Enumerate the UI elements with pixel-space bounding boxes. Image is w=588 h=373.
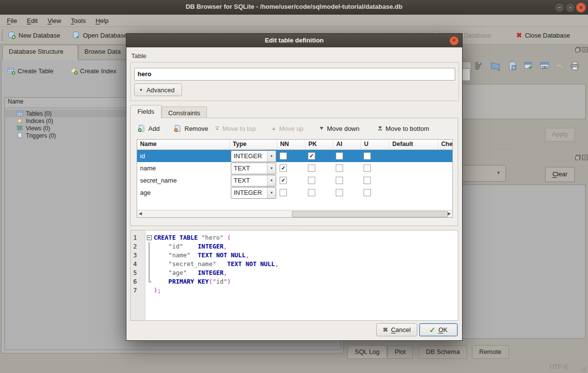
execute-sql-icon[interactable] [524, 61, 533, 71]
pk-checkbox[interactable] [308, 165, 315, 172]
dialog-close-button[interactable]: × [449, 36, 459, 45]
ai-checkbox[interactable] [336, 177, 343, 184]
ok-button[interactable]: ✓ OK [419, 323, 458, 336]
create-index-button[interactable]: Create Index [70, 65, 116, 77]
cancel-button[interactable]: ✖ Cancel [376, 323, 417, 336]
pk-checkbox[interactable] [308, 189, 315, 196]
toolbar-drag-handle[interactable] [1, 30, 3, 41]
nn-checkbox[interactable] [280, 189, 287, 196]
field-row[interactable]: age INTEGER▼ [137, 186, 452, 199]
dock-close-icon[interactable] [582, 47, 588, 52]
ai-checkbox[interactable] [336, 165, 343, 172]
grid-header-cell[interactable]: U [361, 140, 389, 149]
create-table-button[interactable]: Create Table [7, 65, 53, 77]
grid-header-cell[interactable]: PK [305, 140, 333, 149]
chevron-down-icon[interactable]: ▼ [267, 187, 276, 198]
print-icon[interactable] [570, 61, 580, 71]
scroll-left-icon[interactable]: ◀ [137, 211, 143, 217]
field-row[interactable]: secret_name TEXT▼ ✓ [137, 174, 452, 186]
ai-checkbox[interactable] [336, 152, 343, 160]
tab-constraints-label: Constraints [168, 109, 201, 117]
dock-float-icon[interactable] [575, 155, 581, 160]
field-type-combo[interactable]: INTEGER▼ [230, 186, 277, 199]
menu-file[interactable]: File [2, 16, 22, 26]
open-sql-file-icon[interactable] [490, 61, 500, 71]
dock-close-icon[interactable] [582, 155, 588, 160]
tab-constraints[interactable]: Constraints [162, 106, 207, 118]
open-database-button[interactable]: Open Database [69, 29, 130, 41]
grid-header-cell[interactable]: Name [137, 140, 230, 149]
move-to-bottom-button[interactable]: Move to bottom [378, 122, 429, 135]
nn-checkbox[interactable]: ✓ [280, 165, 287, 172]
pk-checkbox[interactable] [308, 177, 315, 184]
tab-fields-label: Fields [138, 108, 155, 115]
u-checkbox[interactable] [364, 152, 371, 160]
dialog-titlebar[interactable]: Edit table definition [126, 34, 462, 47]
grid-header-cell[interactable]: Type [230, 140, 277, 149]
nn-checkbox[interactable] [280, 152, 287, 160]
chevron-down-icon[interactable]: ▼ [267, 163, 276, 174]
move-to-top-button[interactable]: Move to top [215, 122, 256, 135]
close-database-button[interactable]: ✖ Close Database [513, 29, 573, 41]
tab-browse-data[interactable]: Browse Data [78, 45, 128, 59]
tab-remote[interactable]: Remote [472, 345, 509, 359]
move-down-button[interactable]: Move down [319, 122, 359, 135]
chevron-down-icon[interactable]: ▼ [267, 175, 276, 186]
table-name-input[interactable]: hero [134, 68, 455, 81]
grid-header-cell[interactable]: Default [389, 140, 438, 149]
tab-fields[interactable]: Fields [130, 105, 162, 118]
clear-button[interactable]: Clear [545, 167, 575, 182]
grid-horizontal-scrollbar[interactable]: ◀ ▶ [137, 210, 452, 217]
grid-header-cell[interactable]: AI [333, 140, 361, 149]
scrollbar-thumb[interactable] [292, 211, 448, 217]
chevron-down-icon[interactable]: ▼ [267, 151, 276, 162]
menu-tools[interactable]: Tools [66, 16, 90, 26]
resize-grip[interactable] [581, 366, 587, 372]
status-bar: UTF-8 [0, 360, 588, 373]
toggle-icon[interactable] [555, 61, 565, 71]
save-sql-file-icon[interactable] [507, 61, 517, 71]
sql-line-number: 5 [133, 269, 145, 277]
move-up-button[interactable]: Move up [271, 122, 304, 135]
u-checkbox[interactable] [364, 189, 371, 196]
menu-help[interactable]: Help [91, 16, 114, 26]
new-database-button[interactable]: New Database [5, 29, 63, 41]
ai-checkbox[interactable] [336, 189, 343, 196]
grid-header-cell[interactable]: NN [277, 140, 305, 149]
u-checkbox[interactable] [364, 177, 371, 184]
format-sql-icon[interactable] [474, 61, 484, 71]
grid-header-cell[interactable]: Check [438, 140, 453, 149]
tab-database-structure[interactable]: Database Structure [2, 45, 78, 60]
fold-marker[interactable] [145, 233, 153, 242]
field-type-combo[interactable]: INTEGER▼ [230, 150, 277, 162]
field-row[interactable]: name TEXT▼ ✓ [137, 162, 452, 174]
minimize-button[interactable]: − [554, 2, 565, 13]
sql-code-line: "id" INTEGER, [154, 242, 458, 251]
menu-view[interactable]: View [42, 16, 66, 26]
remove-field-button[interactable]: Remove [174, 122, 208, 135]
dock-float-icon[interactable] [575, 47, 581, 52]
field-row[interactable]: id INTEGER▼ ✓ [137, 150, 452, 162]
pk-checkbox[interactable]: ✓ [308, 152, 315, 160]
nn-checkbox[interactable]: ✓ [280, 177, 287, 184]
add-field-button[interactable]: Add [138, 122, 160, 135]
menu-edit[interactable]: Edit [22, 16, 42, 26]
field-type-combo[interactable]: TEXT▼ [230, 162, 277, 174]
dock-splitter[interactable]: ······ [498, 146, 513, 152]
tab-plot[interactable]: Plot [387, 345, 413, 359]
u-checkbox[interactable] [364, 165, 371, 172]
dock-controls [575, 155, 588, 160]
advanced-button[interactable]: ▼ Advanced [134, 83, 182, 96]
close-window-button[interactable]: × [576, 2, 586, 13]
tab-sql-log[interactable]: SQL Log [347, 345, 387, 359]
tree-item-label: Triggers (0) [26, 132, 56, 139]
browser-link-icon[interactable] [540, 61, 549, 71]
maximize-button[interactable]: ▫ [565, 2, 575, 13]
tab-db-schema[interactable]: DB Schema [419, 345, 467, 359]
scroll-right-icon[interactable]: ▶ [446, 211, 452, 217]
tab-db-schema-label: DB Schema [426, 348, 460, 355]
sql-fold-margin[interactable] [145, 230, 153, 320]
table-label: Table [131, 52, 146, 60]
field-type-combo[interactable]: TEXT▼ [230, 174, 277, 186]
apply-button[interactable]: Apply [545, 128, 575, 142]
